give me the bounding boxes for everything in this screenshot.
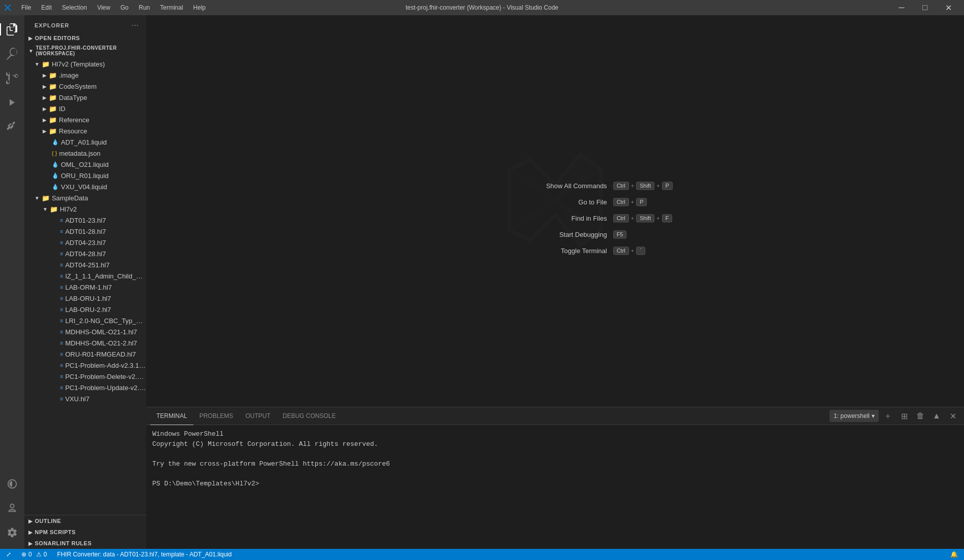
terminal-content[interactable]: Windows PowerShell Copyright (C) Microso…: [146, 425, 964, 549]
tree-item-lab-oru-2[interactable]: ≡ LAB-ORU-2.hl7: [24, 304, 146, 315]
tree-item-label: ADT01-23.hl7: [65, 217, 106, 224]
terminal-split-button[interactable]: ⊞: [897, 409, 911, 423]
tree-item-label: PC1-Problem-Delete-v2.3.1.hl7: [65, 373, 146, 380]
tree-item-lab-oru-1[interactable]: ≡ LAB-ORU-1.hl7: [24, 293, 146, 304]
terminal-close-button[interactable]: ✕: [946, 409, 960, 423]
tree-item-adt04-251[interactable]: ≡ ADT04-251.hl7: [24, 259, 146, 270]
tree-item-vxu[interactable]: ≡ VXU.hl7: [24, 393, 146, 404]
tree-item-label: ORU-R01-RMGEAD.hl7: [65, 351, 136, 358]
sidebar-more-button[interactable]: ⋯: [130, 20, 140, 30]
tree-item-mdhhs-oml-21-2[interactable]: ≡ MDHHS-OML-O21-2.hl7: [24, 337, 146, 348]
tree-item-adt-a01[interactable]: 💧 ADT_A01.liquid: [24, 136, 146, 148]
shortcut-row-debug: Start Debugging F5: [526, 230, 673, 238]
tree-item-label: PC1-Problem-Update-v2.3.1.hl7: [65, 384, 146, 392]
tab-debug-console[interactable]: DEBUG CONSOLE: [277, 407, 342, 425]
terminal-maximize-button[interactable]: ▲: [929, 409, 944, 423]
tree-item-label: MDHHS-OML-O21-2.hl7: [65, 339, 137, 347]
minimize-button[interactable]: ─: [890, 0, 913, 15]
source-control-activity-icon[interactable]: [0, 66, 24, 90]
tree-item-resource[interactable]: ▶ 📁 Resource: [24, 125, 146, 136]
shortcut-label: Go to File: [526, 198, 607, 206]
editor-content[interactable]: Show All Commands Ctrl + Shift + P Go to…: [146, 15, 964, 407]
tree-item-pc1-problem-delete[interactable]: ≡ PC1-Problem-Delete-v2.3.1.hl7: [24, 371, 146, 382]
workspace-header[interactable]: ▼ TEST-PROJ.FHIR-CONVERTER (WORKSPACE): [24, 43, 146, 58]
key-backtick: `: [636, 247, 645, 255]
tree-item-id[interactable]: ▶ 📁 ID: [24, 103, 146, 114]
tree-item-label: ADT04-23.hl7: [65, 239, 106, 247]
close-button[interactable]: ✕: [937, 0, 960, 15]
account-activity-icon[interactable]: [0, 496, 24, 520]
tree-item-lab-orm-1[interactable]: ≡ LAB-ORM-1.hl7: [24, 282, 146, 293]
tree-item-adt01-23[interactable]: ≡ ADT01-23.hl7: [24, 215, 146, 226]
status-message-text: FHIR Converter: data - ADT01-23.hl7, tem…: [57, 551, 231, 558]
run-debug-activity-icon[interactable]: [0, 90, 24, 115]
tree-item-label: ID: [59, 105, 65, 113]
folder-icon: 📁: [49, 105, 57, 113]
chevron-right-icon: ▶: [43, 84, 47, 89]
tree-item-codesystem[interactable]: ▶ 📁 CodeSystem: [24, 81, 146, 92]
tree-item-lri-2-0[interactable]: ≡ LRI_2.0-NG_CBC_Typ_Message.hl7: [24, 315, 146, 326]
workspace-label: TEST-PROJ.FHIR-CONVERTER (WORKSPACE): [36, 45, 142, 56]
terminal-add-button[interactable]: ＋: [881, 409, 895, 423]
file-hl7-icon: ≡: [60, 384, 63, 391]
tree-item-label: Hl7v2 (Templates): [52, 60, 105, 68]
tree-item-oml-o21[interactable]: 💧 OML_O21.liquid: [24, 159, 146, 170]
menu-file[interactable]: File: [17, 3, 35, 12]
tree-item-hl7v2[interactable]: ▼ 📁 Hl7v2: [24, 203, 146, 215]
tree-item-pc1-problem-update[interactable]: ≡ PC1-Problem-Update-v2.3.1.hl7: [24, 382, 146, 393]
tree-item-label: Reference: [59, 116, 89, 124]
tree-item-oru-r01-rmgead[interactable]: ≡ ORU-R01-RMGEAD.hl7: [24, 348, 146, 360]
tree-item-iz-1-1-1[interactable]: ≡ IZ_1_1.1_Admin_Child_Max_Messag...: [24, 270, 146, 282]
extensions-activity-icon[interactable]: [0, 115, 24, 139]
settings-activity-icon[interactable]: [0, 520, 24, 545]
tree-item-reference[interactable]: ▶ 📁 Reference: [24, 114, 146, 125]
key-plus: +: [631, 183, 634, 189]
folder-icon: 📁: [49, 72, 57, 79]
tree-item-sampledata[interactable]: ▼ 📁 SampleData: [24, 192, 146, 203]
terminal-shell-dropdown[interactable]: 1: powershell ▾: [829, 410, 879, 422]
search-activity-icon[interactable]: [0, 42, 24, 66]
tree-item-label: .image: [59, 72, 79, 79]
tree-item-image[interactable]: ▶ 📁 .image: [24, 69, 146, 81]
tree-item-label: SampleData: [52, 194, 88, 202]
tree-item-hl7v2-templates[interactable]: ▼ 📁 Hl7v2 (Templates): [24, 58, 146, 69]
sonarlint-section[interactable]: ▶ SONARLINT RULES: [24, 538, 146, 549]
npm-chevron: ▶: [28, 530, 33, 535]
npm-scripts-section[interactable]: ▶ NPM SCRIPTS: [24, 527, 146, 538]
tree-item-label: PC1-Problem-Add-v2.3.1.hl7: [65, 362, 146, 369]
open-editors-header[interactable]: ▶ OPEN EDITORS: [24, 33, 146, 43]
outline-section[interactable]: ▶ OUTLINE: [24, 515, 146, 527]
maximize-button[interactable]: □: [913, 0, 937, 15]
menu-selection[interactable]: Selection: [58, 3, 91, 12]
status-notifications[interactable]: 🔔: [948, 549, 960, 560]
remote-icon: ⤢: [6, 551, 11, 558]
tab-output[interactable]: OUTPUT: [239, 407, 276, 425]
tab-problems[interactable]: PROBLEMS: [193, 407, 240, 425]
tree-item-oru-r01[interactable]: 💧 ORU_R01.liquid: [24, 170, 146, 181]
menu-terminal[interactable]: Terminal: [156, 3, 187, 12]
menu-view[interactable]: View: [93, 3, 114, 12]
status-remote[interactable]: ⤢: [4, 549, 13, 560]
key-p: P: [636, 198, 647, 206]
menu-edit[interactable]: Edit: [37, 3, 56, 12]
menu-go[interactable]: Go: [116, 3, 132, 12]
tree-item-adt04-23[interactable]: ≡ ADT04-23.hl7: [24, 237, 146, 248]
title-bar-left: File Edit Selection View Go Run Terminal…: [4, 3, 210, 12]
explorer-activity-icon[interactable]: [0, 17, 24, 42]
tree-item-adt01-28[interactable]: ≡ ADT01-28.hl7: [24, 226, 146, 237]
tree-item-datatype[interactable]: ▶ 📁 DataType: [24, 92, 146, 103]
status-message[interactable]: FHIR Converter: data - ADT01-23.hl7, tem…: [55, 549, 234, 560]
tree-item-adt04-28[interactable]: ≡ ADT04-28.hl7: [24, 248, 146, 259]
remote-activity-icon[interactable]: [0, 472, 24, 496]
file-hl7-icon: ≡: [60, 239, 63, 246]
folder-icon: 📁: [49, 127, 57, 135]
tree-item-pc1-problem-add[interactable]: ≡ PC1-Problem-Add-v2.3.1.hl7: [24, 360, 146, 371]
menu-run[interactable]: Run: [135, 3, 154, 12]
terminal-trash-button[interactable]: 🗑: [913, 409, 927, 423]
status-errors[interactable]: ⊕ 0 ⚠ 0: [19, 549, 49, 560]
menu-help[interactable]: Help: [189, 3, 210, 12]
tab-terminal[interactable]: TERMINAL: [150, 407, 193, 425]
tree-item-vxu-v04[interactable]: 💧 VXU_V04.liquid: [24, 181, 146, 192]
tree-item-metadata[interactable]: { } metadata.json: [24, 148, 146, 159]
tree-item-mdhhs-oml-21-1[interactable]: ≡ MDHHS-OML-O21-1.hl7: [24, 326, 146, 337]
